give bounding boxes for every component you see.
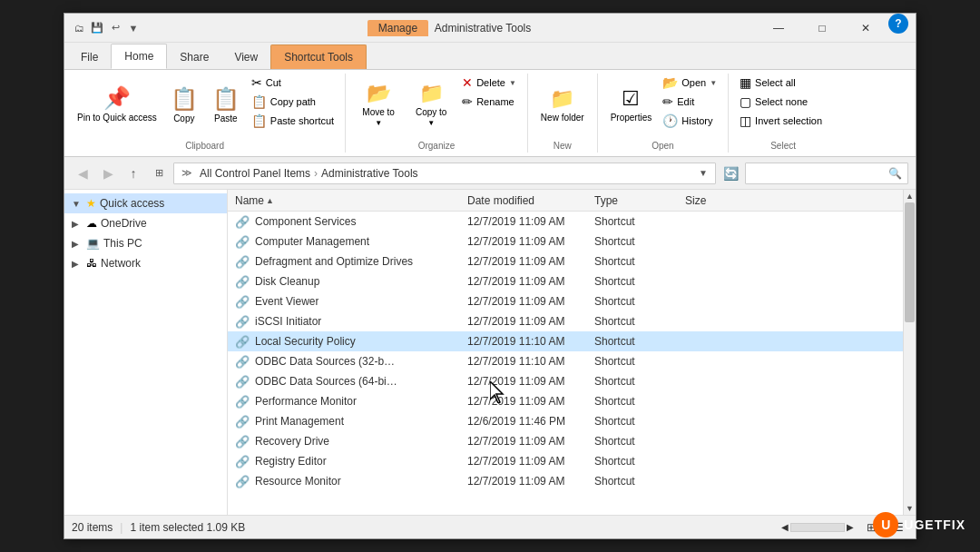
col-header-size[interactable]: Size bbox=[685, 194, 899, 207]
back-button[interactable]: ◀ bbox=[72, 163, 93, 184]
new-folder-button[interactable]: 📁 New folder bbox=[535, 74, 590, 135]
dropdown-arrow[interactable]: ▼ bbox=[699, 168, 708, 178]
pin-icon: 📌 bbox=[103, 85, 131, 111]
scroll-up-button[interactable]: ▲ bbox=[904, 190, 916, 202]
paste-button[interactable]: 📋 Paste bbox=[206, 74, 246, 135]
breadcrumb-all-control-panel[interactable]: All Control Panel Items bbox=[200, 167, 310, 180]
file-date: 12/7/2019 11:09 AM bbox=[467, 275, 594, 288]
scroll-right-button[interactable]: ▶ bbox=[847, 522, 854, 532]
tab-share[interactable]: Share bbox=[167, 45, 221, 69]
file-date: 12/7/2019 11:10 AM bbox=[467, 355, 594, 368]
copy-path-button[interactable]: 📋 Copy path bbox=[248, 93, 338, 111]
tab-home[interactable]: Home bbox=[111, 44, 167, 69]
file-date: 12/7/2019 11:09 AM bbox=[467, 455, 594, 468]
file-name: Computer Management bbox=[255, 235, 369, 248]
rename-button[interactable]: ✏ Rename bbox=[458, 93, 520, 111]
move-to-icon: 📂 bbox=[367, 82, 391, 105]
open-button[interactable]: 📂 Open ▼ bbox=[659, 74, 720, 92]
tab-file[interactable]: File bbox=[68, 45, 111, 69]
file-icon: 🔗 bbox=[235, 335, 250, 349]
file-date: 12/7/2019 11:09 AM bbox=[467, 315, 594, 328]
address-bar[interactable]: ≫ All Control Panel Items › Administrati… bbox=[173, 163, 716, 184]
file-date: 12/7/2019 11:09 AM bbox=[467, 375, 594, 388]
sidebar-item-onedrive[interactable]: ▶ ☁ OneDrive bbox=[64, 213, 227, 233]
table-row[interactable]: 🔗Defragment and Optimize Drives 12/7/201… bbox=[228, 251, 903, 271]
sidebar-item-network[interactable]: ▶ 🖧 Network bbox=[64, 253, 227, 273]
col-header-type[interactable]: Type bbox=[594, 194, 685, 207]
network-icon: 🖧 bbox=[86, 257, 97, 270]
paste-shortcut-button[interactable]: 📋 Paste shortcut bbox=[248, 112, 338, 130]
properties-button[interactable]: ☑ Properties bbox=[605, 74, 658, 135]
computer-icon: 💻 bbox=[86, 237, 100, 250]
file-icon: 🔗 bbox=[235, 315, 250, 329]
sidebar-item-quick-access[interactable]: ▼ ★ Quick access bbox=[64, 193, 227, 213]
cut-button[interactable]: ✂ Cut bbox=[248, 74, 338, 92]
search-box[interactable]: 🔍 bbox=[745, 163, 908, 184]
edit-button[interactable]: ✏ Edit bbox=[659, 93, 720, 111]
scroll-bar-track[interactable] bbox=[790, 523, 845, 532]
table-row[interactable]: 🔗Resource Monitor 12/7/2019 11:09 AM Sho… bbox=[228, 471, 903, 491]
quick-access-icon: ★ bbox=[86, 197, 96, 210]
file-name: Defragment and Optimize Drives bbox=[255, 255, 413, 268]
pin-to-quick-access-button[interactable]: 📌 Pin to Quick access bbox=[72, 74, 162, 135]
scroll-thumb[interactable] bbox=[905, 202, 915, 322]
copy-button[interactable]: 📋 Copy bbox=[164, 74, 204, 135]
table-row[interactable]: 🔗Local Security Policy 12/7/2019 11:10 A… bbox=[228, 331, 903, 351]
select-none-button[interactable]: ▢ Select none bbox=[736, 93, 826, 111]
breadcrumb-admin-tools[interactable]: Administrative Tools bbox=[321, 167, 418, 180]
table-row[interactable]: 🔗Performance Monitor 12/7/2019 11:09 AM … bbox=[228, 391, 903, 411]
scroll-track[interactable] bbox=[904, 202, 916, 502]
table-row[interactable]: 🔗ODBC Data Sources (64-bi… 12/7/2019 11:… bbox=[228, 371, 903, 391]
table-row[interactable]: 🔗Computer Management 12/7/2019 11:09 AM … bbox=[228, 232, 903, 251]
horizontal-scrollbar[interactable]: ◀ ▶ bbox=[781, 522, 854, 532]
minimize-button[interactable]: — bbox=[758, 14, 799, 43]
scrollbar[interactable]: ▲ ▼ bbox=[903, 190, 916, 515]
sidebar-item-this-pc[interactable]: ▶ 💻 This PC bbox=[64, 233, 227, 253]
file-type: Shortcut bbox=[594, 335, 685, 348]
history-icon: 🕐 bbox=[662, 113, 678, 128]
file-date: 12/7/2019 11:09 AM bbox=[467, 435, 594, 448]
table-row[interactable]: 🔗Disk Cleanup 12/7/2019 11:09 AM Shortcu… bbox=[228, 271, 903, 291]
table-row[interactable]: 🔗Recovery Drive 12/7/2019 11:09 AM Short… bbox=[228, 431, 903, 451]
sort-arrow: ▲ bbox=[266, 196, 274, 205]
main-area: ▼ ★ Quick access ▶ ☁ OneDrive ▶ 💻 This P… bbox=[64, 190, 916, 515]
recent-locations-button[interactable]: ⊞ bbox=[148, 163, 170, 184]
scroll-left-button[interactable]: ◀ bbox=[781, 522, 789, 532]
ribbon-group-organize: 📂 Move to ▼ 📁 Copy to ▼ ✕ Delete ▼ bbox=[346, 74, 528, 153]
table-row[interactable]: 🔗Registry Editor 12/7/2019 11:09 AM Shor… bbox=[228, 451, 903, 471]
history-button[interactable]: 🕐 History bbox=[659, 112, 720, 130]
up-button[interactable]: ↑ bbox=[122, 163, 144, 184]
maximize-button[interactable]: □ bbox=[801, 14, 843, 43]
main-window: 🗂 💾 ↩ ▼ Manage Administrative Tools — □ … bbox=[64, 13, 916, 539]
help-button[interactable]: ? bbox=[888, 14, 908, 34]
tab-shortcut-tools[interactable]: Shortcut Tools bbox=[270, 44, 367, 69]
table-row[interactable]: 🔗Event Viewer 12/7/2019 11:09 AM Shortcu… bbox=[228, 291, 903, 311]
table-row[interactable]: 🔗iSCSI Initiator 12/7/2019 11:09 AM Shor… bbox=[228, 311, 903, 331]
customize-icon: ▼ bbox=[126, 21, 141, 35]
file-name: Registry Editor bbox=[255, 455, 327, 468]
invert-selection-button[interactable]: ◫ Invert selection bbox=[736, 112, 826, 130]
close-button[interactable]: ✕ bbox=[845, 14, 887, 43]
select-all-button[interactable]: ▦ Select all bbox=[736, 74, 826, 92]
file-date: 12/7/2019 11:09 AM bbox=[467, 215, 594, 228]
move-to-button[interactable]: 📂 Move to ▼ bbox=[353, 74, 404, 135]
new-folder-icon: 📁 bbox=[550, 87, 574, 111]
table-row[interactable]: 🔗ODBC Data Sources (32-b… 12/7/2019 11:1… bbox=[228, 351, 903, 371]
tab-view[interactable]: View bbox=[221, 45, 270, 69]
ribbon-group-clipboard: 📌 Pin to Quick access 📋 Copy 📋 Paste ✂ C… bbox=[64, 74, 346, 153]
watermark-icon: U bbox=[873, 512, 898, 537]
forward-button[interactable]: ▶ bbox=[97, 163, 119, 184]
table-row[interactable]: 🔗Print Management 12/6/2019 11:46 PM Sho… bbox=[228, 411, 903, 431]
copy-to-button[interactable]: 📁 Copy to ▼ bbox=[406, 74, 456, 135]
col-header-date[interactable]: Date modified bbox=[467, 194, 594, 207]
undo-icon: ↩ bbox=[108, 21, 122, 35]
delete-button[interactable]: ✕ Delete ▼ bbox=[458, 74, 520, 92]
window-icon: 🗂 bbox=[72, 21, 86, 35]
col-header-name[interactable]: Name ▲ bbox=[231, 194, 467, 207]
edit-icon: ✏ bbox=[662, 94, 673, 109]
file-type: Shortcut bbox=[594, 415, 685, 428]
table-row[interactable]: 🔗Component Services 12/7/2019 11:09 AM S… bbox=[228, 212, 903, 232]
manage-tab-label: Manage bbox=[368, 20, 428, 36]
file-name: Recovery Drive bbox=[255, 435, 329, 448]
refresh-button[interactable]: 🔄 bbox=[720, 163, 741, 184]
